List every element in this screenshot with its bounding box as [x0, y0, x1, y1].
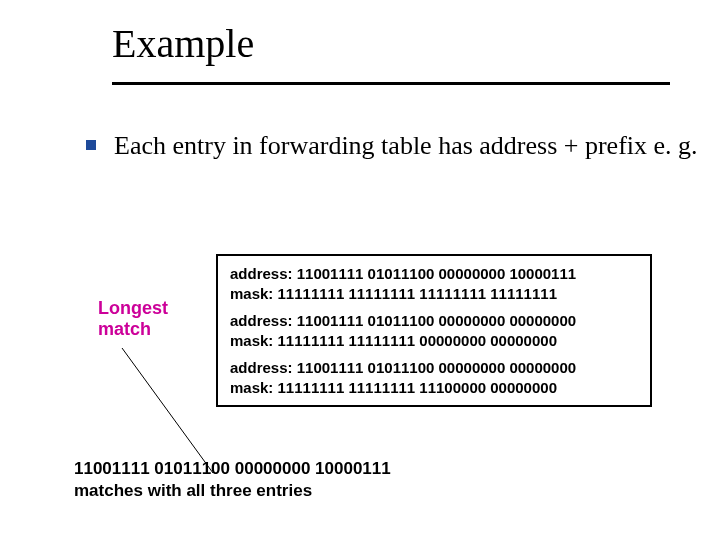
footer-text: 11001111 01011100 00000000 10000111 matc… [74, 458, 391, 502]
label-line-2: match [98, 319, 168, 340]
mask-line: mask: 11111111 11111111 11100000 0000000… [230, 378, 638, 398]
square-bullet-icon [86, 140, 96, 150]
table-row: address: 11001111 01011100 00000000 0000… [230, 358, 638, 397]
slide-title: Example [112, 20, 254, 67]
bullet-item: Each entry in forwarding table has addre… [86, 128, 698, 163]
table-row: address: 11001111 01011100 00000000 1000… [230, 264, 638, 303]
bullet-text: Each entry in forwarding table has addre… [114, 128, 698, 163]
table-row: address: 11001111 01011100 00000000 0000… [230, 311, 638, 350]
footer-line-1: 11001111 01011100 00000000 10000111 [74, 458, 391, 480]
svg-line-0 [122, 348, 213, 473]
address-line: address: 11001111 01011100 00000000 1000… [230, 264, 638, 284]
address-line: address: 11001111 01011100 00000000 0000… [230, 358, 638, 378]
title-underline [112, 82, 670, 85]
address-line: address: 11001111 01011100 00000000 0000… [230, 311, 638, 331]
mask-line: mask: 11111111 11111111 00000000 0000000… [230, 331, 638, 351]
mask-line: mask: 11111111 11111111 11111111 1111111… [230, 284, 638, 304]
footer-line-2: matches with all three entries [74, 480, 391, 502]
label-line-1: Longest [98, 298, 168, 319]
longest-match-label: Longest match [98, 298, 168, 340]
forwarding-table-box: address: 11001111 01011100 00000000 1000… [216, 254, 652, 407]
